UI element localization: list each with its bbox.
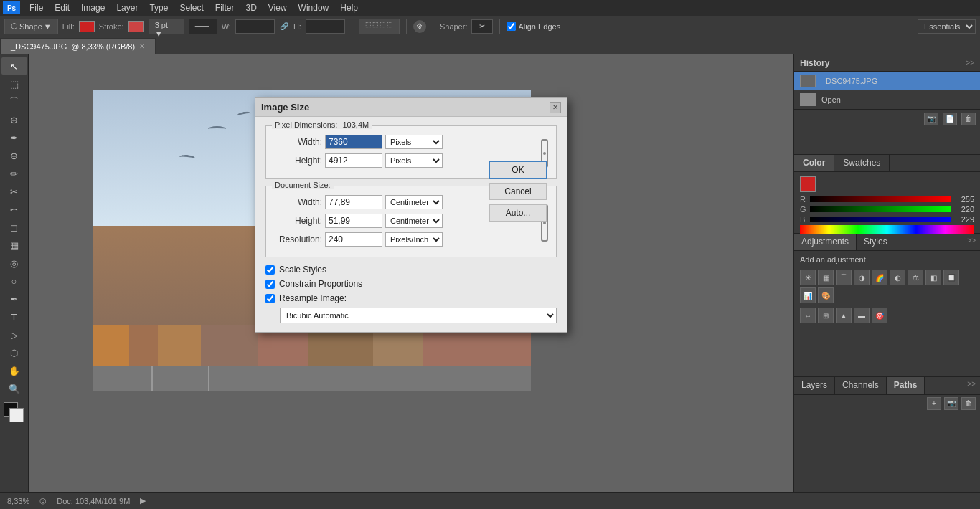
tab-color[interactable]: Color: [794, 155, 834, 171]
tool-history-brush[interactable]: ⤺: [1, 201, 27, 218]
ok-button[interactable]: OK: [489, 161, 547, 179]
resample-image-checkbox[interactable]: [265, 294, 275, 303]
color-spectrum[interactable]: [800, 225, 974, 234]
tool-clone[interactable]: ✂: [1, 183, 27, 200]
adj-channelmixer-icon[interactable]: 📊: [800, 287, 816, 303]
menu-type[interactable]: Type: [144, 1, 173, 14]
tool-selection[interactable]: ▷: [1, 326, 27, 343]
menu-image[interactable]: Image: [76, 1, 110, 14]
tool-crop[interactable]: ⊕: [1, 111, 27, 128]
height-input[interactable]: [306, 19, 345, 34]
adj-selectivecolor-icon[interactable]: 🎯: [872, 308, 887, 323]
adj-vibrance-icon[interactable]: 🌈: [872, 270, 887, 285]
adj-hsb-icon[interactable]: ◐: [890, 270, 905, 285]
tool-preset-picker[interactable]: ⬡ Shape ▼: [4, 19, 58, 34]
tool-marquee[interactable]: ⬚: [1, 75, 27, 92]
tab-channels[interactable]: Channels: [835, 377, 887, 394]
doc-height-input[interactable]: [325, 214, 382, 228]
adj-colorbalance-icon[interactable]: ⚖: [908, 270, 923, 285]
menu-file[interactable]: File: [24, 1, 48, 14]
tool-hand[interactable]: ✋: [1, 362, 27, 379]
pixel-width-input[interactable]: [325, 135, 382, 149]
tab-styles[interactable]: Styles: [857, 234, 895, 250]
adj-curves-icon[interactable]: ⌒: [836, 270, 852, 285]
tool-blur[interactable]: ◎: [1, 255, 27, 272]
layer-delete-button[interactable]: 🗑: [961, 397, 976, 410]
adj-posterize-icon[interactable]: ⊞: [818, 308, 834, 323]
tool-text[interactable]: T: [1, 308, 27, 325]
path-ops-group[interactable]: ⬚ ⬚ ⬚ ⬚: [359, 19, 400, 34]
doc-width-input[interactable]: [325, 195, 382, 209]
tab-swatches[interactable]: Swatches: [834, 155, 890, 171]
adj-exposure-icon[interactable]: ◑: [854, 270, 870, 285]
adj-levels-icon[interactable]: ▦: [818, 270, 834, 285]
tool-lasso[interactable]: ⌒: [1, 93, 27, 110]
adj-threshold-icon[interactable]: ▲: [836, 308, 852, 323]
status-arrow[interactable]: ▶: [140, 496, 146, 505]
resolution-unit[interactable]: Pixels/Inch Pixels/cm: [385, 232, 443, 247]
fill-color-swatch[interactable]: [79, 21, 95, 32]
width-input[interactable]: [235, 19, 275, 34]
constrain-proportions-checkbox[interactable]: [265, 280, 275, 289]
scale-styles-checkbox[interactable]: [265, 265, 275, 275]
stroke-color-swatch[interactable]: [128, 21, 144, 32]
tool-healspot[interactable]: ⊖: [1, 147, 27, 164]
stroke-width-input[interactable]: 3 pt ▼: [149, 19, 184, 34]
tool-eraser[interactable]: ◻: [1, 219, 27, 236]
tool-move[interactable]: ↖: [1, 57, 27, 75]
adj-invert-icon[interactable]: ↔: [800, 308, 816, 323]
menu-window[interactable]: Window: [293, 1, 334, 14]
tab-adjustments[interactable]: Adjustments: [794, 234, 857, 250]
workspace-select[interactable]: Essentials: [918, 19, 976, 34]
adj-gradient-icon[interactable]: ▬: [854, 308, 870, 323]
document-tab[interactable]: _DSC9475.JPG @ 8,33% (RGB/8) ✕: [0, 38, 156, 54]
layers-expand[interactable]: >>: [963, 377, 980, 394]
color-foreground-swatch[interactable]: [800, 176, 816, 192]
dialog-close-button[interactable]: ✕: [550, 102, 561, 113]
menu-help[interactable]: Help: [335, 1, 363, 14]
adj-brightness-icon[interactable]: ☀: [800, 270, 816, 285]
tool-eyedropper[interactable]: ✒: [1, 129, 27, 146]
layer-add-button[interactable]: +: [927, 397, 941, 410]
tool-dodge[interactable]: ○: [1, 272, 27, 290]
stroke-style-picker[interactable]: ——: [189, 19, 217, 34]
tool-zoom[interactable]: 🔍: [1, 380, 27, 397]
menu-edit[interactable]: Edit: [50, 1, 75, 14]
cancel-button[interactable]: Cancel: [489, 183, 547, 200]
history-new-snapshot-button[interactable]: 📷: [924, 113, 938, 125]
menu-select[interactable]: Select: [174, 1, 208, 14]
tool-shape[interactable]: ⬡: [1, 344, 27, 361]
history-new-document-button[interactable]: 📄: [943, 113, 957, 125]
align-edges-checkbox[interactable]: [507, 22, 516, 31]
link-proportions-icon[interactable]: 🔗: [279, 22, 289, 32]
history-delete-button[interactable]: 🗑: [961, 113, 976, 125]
adjustments-expand[interactable]: >>: [963, 234, 980, 250]
doc-height-unit[interactable]: Centimeters Inches: [385, 214, 443, 228]
menu-3d[interactable]: 3D: [240, 1, 261, 14]
background-color[interactable]: [9, 408, 24, 422]
layer-camera-button[interactable]: 📷: [944, 397, 958, 410]
pixel-width-unit[interactable]: Pixels Percent: [385, 135, 443, 149]
resolution-input[interactable]: [325, 232, 382, 247]
pixel-height-unit[interactable]: Pixels Percent: [385, 153, 443, 168]
adj-colorlookup-icon[interactable]: 🎨: [818, 287, 834, 303]
pixel-height-input[interactable]: [325, 153, 382, 168]
history-item-open[interactable]: _DSC9475.JPG: [794, 72, 980, 90]
shaper-preview[interactable]: ✂: [471, 19, 493, 34]
auto-button[interactable]: Auto...: [489, 204, 547, 222]
tab-layers[interactable]: Layers: [794, 377, 835, 394]
tab-paths[interactable]: Paths: [887, 377, 925, 394]
settings-icon[interactable]: ⚙: [413, 20, 426, 33]
tool-pen[interactable]: ✒: [1, 290, 27, 308]
resample-method-select[interactable]: Bicubic Automatic: [280, 308, 557, 323]
tool-gradient[interactable]: ▦: [1, 237, 27, 254]
history-panel-expand[interactable]: >>: [966, 59, 974, 67]
menu-layer[interactable]: Layer: [111, 1, 143, 14]
tab-close-icon[interactable]: ✕: [139, 42, 145, 50]
history-item-action[interactable]: Open: [794, 90, 980, 109]
menu-view[interactable]: View: [263, 1, 292, 14]
doc-width-unit[interactable]: Centimeters Inches: [385, 195, 443, 209]
menu-filter[interactable]: Filter: [210, 1, 240, 14]
adj-photofilter-icon[interactable]: 🔲: [943, 270, 959, 285]
adj-blackwhite-icon[interactable]: ◧: [925, 270, 941, 285]
